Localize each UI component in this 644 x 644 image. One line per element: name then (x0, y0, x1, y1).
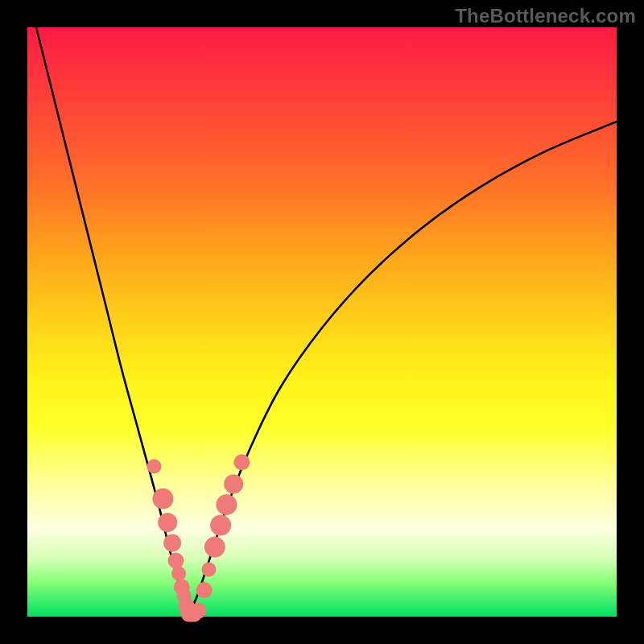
data-marker (196, 582, 213, 598)
data-marker (147, 459, 161, 473)
chart-frame: TheBottleneck.com (0, 0, 644, 644)
watermark-text: TheBottleneck.com (455, 5, 636, 27)
data-marker (171, 567, 186, 581)
data-marker (190, 603, 206, 619)
data-marker (202, 562, 217, 576)
curve-layer (27, 27, 617, 617)
marker-group (147, 454, 250, 621)
data-marker (152, 489, 173, 510)
right-branch-path (189, 122, 617, 613)
data-marker (233, 454, 250, 470)
data-marker (158, 513, 177, 532)
plot-area (27, 27, 617, 617)
data-marker (210, 515, 231, 536)
data-marker (204, 537, 225, 558)
data-marker (224, 474, 243, 493)
data-marker (216, 494, 237, 515)
data-marker (163, 535, 181, 552)
data-marker (168, 553, 184, 569)
